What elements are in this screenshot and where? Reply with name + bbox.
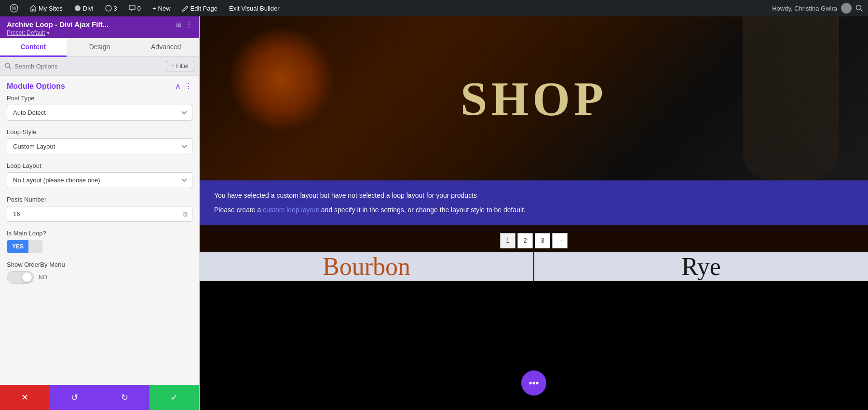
save-button[interactable]: ✓ bbox=[149, 385, 199, 410]
main-area: Archive Loop - Divi Ajax Filt... ⊞ ⋮ Pre… bbox=[0, 16, 868, 410]
preview-area: SHOP You have selected a custom layout b… bbox=[200, 16, 868, 410]
show-orderby-field: Show OrderBy Menu NO bbox=[7, 261, 192, 284]
alert-prefix: Please create a bbox=[214, 206, 261, 214]
product-name-rye: Rye bbox=[681, 252, 721, 281]
posts-number-input[interactable] bbox=[7, 206, 192, 222]
svg-text:W: W bbox=[12, 6, 17, 11]
module-options-title: Module Options bbox=[7, 82, 65, 91]
post-type-field: Post Type Auto Detect bbox=[7, 95, 192, 121]
alert-banner: You have selected a custom layout but ha… bbox=[200, 180, 868, 225]
divi-label: Divi bbox=[83, 5, 94, 12]
comments-icon bbox=[129, 5, 136, 12]
panel-title: Archive Loop - Divi Ajax Filt... bbox=[7, 20, 108, 28]
search-options-bar: + Filter bbox=[0, 57, 199, 76]
pin-icon[interactable]: ⊞ bbox=[176, 21, 182, 28]
show-orderby-label: Show OrderBy Menu bbox=[7, 261, 192, 268]
filter-button[interactable]: + Filter bbox=[166, 61, 194, 71]
post-type-select[interactable]: Auto Detect bbox=[7, 105, 192, 121]
page-btn-2[interactable]: 2 bbox=[517, 233, 533, 248]
loop-layout-select[interactable]: No Layout (please choose one) bbox=[7, 172, 192, 188]
shop-hero: SHOP bbox=[200, 16, 868, 180]
updates-count: 3 bbox=[114, 5, 117, 12]
exit-builder-label: Exit Visual Builder bbox=[229, 5, 280, 12]
wp-admin-bar: W My Sites Divi 3 0 + New Edit Page Exit bbox=[0, 0, 868, 16]
svg-point-6 bbox=[5, 63, 10, 68]
edit-page-label: Edit Page bbox=[190, 5, 217, 12]
wp-logo-item[interactable]: W bbox=[5, 0, 23, 16]
pagination: 1 2 3 → bbox=[200, 225, 868, 252]
search-options-input[interactable] bbox=[14, 63, 163, 70]
posts-number-label: Posts Number bbox=[7, 196, 192, 203]
fab-icon: ••• bbox=[529, 378, 539, 389]
toggle-yes-label[interactable]: YES bbox=[7, 240, 28, 253]
svg-point-2 bbox=[75, 5, 81, 11]
loop-layout-label: Loop Layout bbox=[7, 162, 192, 169]
posts-number-field: Posts Number ⧉ bbox=[7, 196, 192, 222]
right-area: SHOP You have selected a custom layout b… bbox=[200, 16, 868, 410]
user-avatar[interactable] bbox=[841, 3, 852, 14]
loop-style-select[interactable]: Custom Layout bbox=[7, 138, 192, 154]
updates-item[interactable]: 3 bbox=[100, 0, 122, 16]
search-icon[interactable] bbox=[855, 4, 863, 12]
toggle-no-circle bbox=[22, 273, 32, 282]
alert-link[interactable]: custom loop layout bbox=[263, 206, 319, 214]
product-name-bourbon: Bourbon bbox=[323, 252, 410, 281]
panel-tabs: Content Design Advanced bbox=[0, 38, 199, 57]
comments-count: 0 bbox=[137, 5, 141, 12]
page-btn-next[interactable]: → bbox=[552, 233, 568, 248]
alert-secondary: Please create a custom loop layout and s… bbox=[214, 205, 854, 215]
page-btn-3[interactable]: 3 bbox=[535, 233, 550, 248]
left-panel: Archive Loop - Divi Ajax Filt... ⊞ ⋮ Pre… bbox=[0, 16, 200, 410]
post-type-label: Post Type bbox=[7, 95, 192, 102]
my-sites-label: My Sites bbox=[39, 5, 63, 12]
show-orderby-toggle[interactable] bbox=[7, 271, 34, 284]
module-options-header: Module Options ∧ ⋮ bbox=[0, 76, 199, 95]
alert-suffix: and specify it in the settings, or chang… bbox=[321, 206, 526, 214]
hero-orange-bg bbox=[229, 26, 335, 132]
edit-icon bbox=[182, 5, 189, 12]
tab-content[interactable]: Content bbox=[0, 38, 67, 57]
loop-layout-field: Loop Layout No Layout (please choose one… bbox=[7, 162, 192, 188]
wordpress-icon: W bbox=[10, 4, 18, 13]
dots-icon[interactable]: ⋮ bbox=[186, 21, 192, 28]
fab-button[interactable]: ••• bbox=[521, 370, 546, 396]
product-card-bourbon: Bourbon bbox=[200, 252, 534, 281]
svg-point-5 bbox=[856, 5, 861, 10]
divi-item[interactable]: Divi bbox=[69, 0, 98, 16]
svg-rect-4 bbox=[129, 5, 135, 10]
comments-item[interactable]: 0 bbox=[124, 0, 146, 16]
options-menu-icon[interactable]: ⋮ bbox=[185, 82, 192, 91]
svg-point-3 bbox=[106, 5, 111, 11]
is-main-loop-toggle[interactable]: YES bbox=[7, 240, 42, 253]
shop-title: SHOP bbox=[461, 71, 607, 126]
product-card-rye: Rye bbox=[534, 252, 868, 281]
copy-icon: ⧉ bbox=[183, 210, 188, 218]
tab-design[interactable]: Design bbox=[67, 38, 133, 57]
bottom-action-bar: ✕ ↺ ↻ ✓ bbox=[0, 385, 199, 410]
form-fields: Post Type Auto Detect Loop Style Custom … bbox=[0, 95, 199, 385]
hero-glass bbox=[743, 16, 839, 180]
toggle-no-label: NO bbox=[39, 274, 47, 281]
new-label: New bbox=[158, 5, 171, 12]
updates-icon bbox=[105, 5, 112, 12]
undo-button[interactable]: ↺ bbox=[50, 385, 99, 410]
new-item[interactable]: + New bbox=[148, 0, 176, 16]
cancel-button[interactable]: ✕ bbox=[0, 385, 50, 410]
redo-button[interactable]: ↻ bbox=[100, 385, 149, 410]
is-main-loop-label: Is Main Loop? bbox=[7, 230, 192, 237]
loop-style-label: Loop Style bbox=[7, 128, 192, 136]
tab-advanced[interactable]: Advanced bbox=[133, 38, 199, 57]
edit-page-item[interactable]: Edit Page bbox=[177, 0, 222, 16]
collapse-icon[interactable]: ∧ bbox=[175, 82, 181, 91]
exit-builder-item[interactable]: Exit Visual Builder bbox=[224, 0, 285, 16]
divi-icon bbox=[74, 5, 81, 12]
page-btn-1[interactable]: 1 bbox=[500, 233, 515, 248]
howdy-text: Howdy, Christina Gwira bbox=[772, 5, 837, 12]
search-options-icon bbox=[5, 63, 12, 69]
products-row: Bourbon Rye bbox=[200, 252, 868, 281]
toggle-handle[interactable] bbox=[28, 240, 42, 253]
panel-preset[interactable]: Preset: Default ▾ bbox=[7, 29, 192, 36]
panel-header: Archive Loop - Divi Ajax Filt... ⊞ ⋮ Pre… bbox=[0, 16, 199, 38]
home-icon bbox=[30, 5, 37, 12]
my-sites-item[interactable]: My Sites bbox=[25, 0, 68, 16]
